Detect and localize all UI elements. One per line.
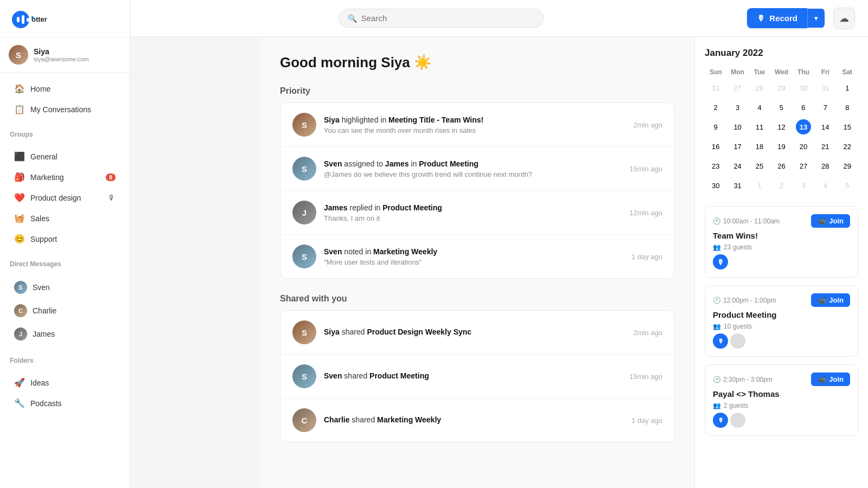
calendar-day[interactable]: 18 [752, 139, 767, 154]
dm-nav: S Sven C Charlie J James [0, 270, 130, 351]
sidebar-item-podcasts[interactable]: 🔧 Podcasts [4, 393, 125, 413]
search-bar[interactable]: 🔍 [339, 9, 544, 28]
sidebar-item-product-design-label: Product design [30, 194, 81, 202]
sidebar-item-home-label: Home [30, 85, 50, 93]
record-button[interactable]: 🎙 Record [747, 8, 807, 28]
sidebar-item-ideas-label: Ideas [30, 378, 49, 387]
calendar-day[interactable]: 20 [796, 139, 811, 154]
svg-rect-3 [27, 18, 29, 22]
cal-header-thu: Thu [793, 66, 814, 78]
meeting-avatar-blue-2: 🎙 [713, 333, 728, 349]
priority-item-1[interactable]: S Siya highlighted in Meeting Title - Te… [280, 103, 674, 147]
calendar-day[interactable]: 9 [708, 119, 723, 134]
calendar-day[interactable]: 31 [730, 178, 745, 193]
calendar-day[interactable]: 23 [708, 158, 723, 174]
shared-time-2: 15min ago [629, 373, 662, 381]
calendar-day[interactable]: 22 [840, 139, 855, 154]
calendar-day[interactable]: 4 [752, 100, 767, 115]
join-button-1[interactable]: 📹 Join [811, 214, 850, 228]
calendar-day[interactable]: 1 [840, 80, 855, 95]
shared-item-3[interactable]: C Charlie shared Marketing Weekly 1 day … [280, 399, 674, 442]
calendar-day[interactable]: 19 [774, 139, 789, 154]
calendar-day[interactable]: 6 [796, 100, 811, 115]
calendar-day[interactable]: 27 [796, 158, 811, 174]
calendar-day[interactable]: 29 [774, 80, 789, 95]
calendar-day[interactable]: 26 [774, 158, 789, 174]
calendar-day[interactable]: 5 [840, 178, 855, 193]
preview-2: @James do we believe this growth trend w… [324, 170, 622, 178]
calendar-day[interactable]: 21 [818, 139, 833, 154]
shared-item-2[interactable]: S Sven shared Product Meeting 15min ago [280, 355, 674, 399]
calendar-day[interactable]: 24 [730, 158, 745, 174]
calendar-day[interactable]: 12 [774, 119, 789, 134]
priority-avatar-1: S [292, 113, 316, 137]
calendar-day[interactable]: 4 [818, 178, 833, 193]
calendar-day[interactable]: 2 [774, 178, 789, 193]
upload-button[interactable]: ☁ [833, 8, 855, 29]
shared-time-3: 1 day ago [631, 416, 662, 425]
calendar-day[interactable]: 3 [730, 100, 745, 115]
calendar-day[interactable]: 29 [840, 158, 855, 174]
priority-item-3[interactable]: J James replied in Product Meeting Thank… [280, 191, 674, 235]
calendar-day[interactable]: 1 [752, 178, 767, 193]
calendar-day[interactable]: 27 [730, 80, 745, 95]
calendar-day[interactable]: 28 [818, 158, 833, 174]
sidebar-item-ideas[interactable]: 🚀 Ideas [4, 373, 125, 393]
calendar-day[interactable]: 30 [708, 178, 723, 193]
cal-header-mon: Mon [726, 66, 748, 78]
sidebar-item-sven[interactable]: S Sven [4, 276, 125, 299]
calendar-day[interactable]: 31 [818, 80, 833, 95]
preview-4: "More user tests and iterations" [324, 258, 624, 266]
meeting-title-3: Payal <> Thomas [713, 389, 850, 399]
sidebar-item-general[interactable]: ⬛ General [4, 146, 125, 166]
shared-target-3: Marketing Weekly [377, 415, 441, 424]
calendar-day[interactable]: 13 [796, 119, 811, 134]
calendar-day[interactable]: 7 [818, 100, 833, 115]
sidebar-item-product-design[interactable]: ❤️ Product design 🎙 [4, 188, 125, 208]
groups-section-title: Groups [0, 125, 130, 140]
calendar-day[interactable]: 3 [796, 178, 811, 193]
guests-icon-3: 👥 [713, 402, 721, 409]
calendar-day[interactable]: 11 [752, 119, 767, 134]
sidebar-item-support-label: Support [30, 235, 57, 243]
sidebar-item-james[interactable]: J James [4, 323, 125, 345]
user-profile[interactable]: S Siya siya@awesome.com [0, 37, 130, 73]
calendar-day[interactable]: 17 [730, 139, 745, 154]
james-dm-avatar: J [14, 328, 27, 341]
priority-avatar-3: J [292, 201, 316, 224]
sidebar-item-home[interactable]: 🏠 Home [4, 79, 125, 99]
join-button-3[interactable]: 📹 Join [811, 373, 850, 386]
record-dropdown-button[interactable]: ▾ [807, 9, 825, 28]
priority-avatar-4: S [292, 245, 316, 268]
join-button-2[interactable]: 📹 Join [811, 293, 850, 307]
sidebar-item-james-label: James [33, 330, 55, 338]
sidebar-item-general-label: General [30, 152, 58, 161]
priority-item-4[interactable]: S Sven noted in Marketing Weekly "More u… [280, 235, 674, 278]
calendar-day[interactable]: 8 [840, 100, 855, 115]
sidebar-item-charlie[interactable]: C Charlie [4, 299, 125, 322]
time-3: 12min ago [629, 209, 662, 217]
priority-avatar-2: S [292, 157, 316, 181]
calendar-day[interactable]: 16 [708, 139, 723, 154]
calendar-day[interactable]: 2 [708, 100, 723, 115]
priority-item-2[interactable]: S Sven assigned to James in Product Meet… [280, 147, 674, 191]
marketing-badge: 8 [106, 174, 116, 181]
calendar-day[interactable]: 10 [730, 119, 745, 134]
calendar-day[interactable]: 25 [752, 158, 767, 174]
calendar-day[interactable]: 15 [840, 119, 855, 134]
sidebar-item-support[interactable]: 😊 Support [4, 229, 125, 249]
shared-item-1[interactable]: S Siya shared Product Design Weekly Sync… [280, 311, 674, 355]
sidebar-item-marketing[interactable]: 🎒 Marketing 8 [4, 167, 125, 187]
calendar-day[interactable]: 30 [796, 80, 811, 95]
calendar-day[interactable]: 5 [774, 100, 789, 115]
meeting-avatar-gray-2 [730, 333, 745, 349]
sidebar-item-my-conversations[interactable]: 📋 My Conversations [4, 99, 125, 119]
calendar-day[interactable]: 14 [818, 119, 833, 134]
calendar-day[interactable]: 28 [752, 80, 767, 95]
cal-header-sun: Sun [705, 66, 726, 78]
sidebar-item-sales[interactable]: 🧺 Sales [4, 208, 125, 228]
meeting-time-1: 🕙 10:00am - 11:00am [713, 217, 780, 225]
calendar-day[interactable]: 31 [708, 80, 723, 95]
svg-text:otter: otter [31, 15, 47, 23]
search-input[interactable] [361, 14, 534, 23]
